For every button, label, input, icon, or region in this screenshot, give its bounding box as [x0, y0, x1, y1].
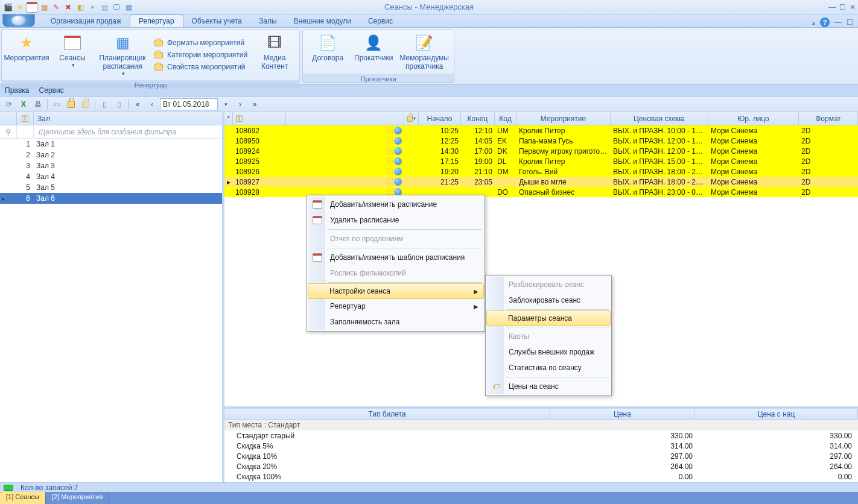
price-row[interactable]: Скидка 10%297.00297.00 — [224, 451, 858, 461]
nav-last-icon[interactable]: » — [248, 98, 261, 111]
session-row[interactable]: 10892414:3017:00DKПервому игроку пригото… — [224, 146, 858, 156]
date-input[interactable] — [160, 98, 218, 110]
tab-external-modules[interactable]: Внешние модули — [285, 15, 360, 27]
lock-header-icon[interactable]: ▾ — [404, 112, 419, 125]
hall-row[interactable]: 2Зал 2 — [0, 150, 222, 160]
sessions-button[interactable]: Сеансы — [51, 32, 94, 78]
col-ticket-type[interactable]: Тип билета — [224, 409, 550, 419]
nav-first-icon[interactable]: « — [131, 98, 144, 111]
contracts-button[interactable]: 📄 Договора — [307, 32, 349, 72]
ribbon-min-icon[interactable]: — — [834, 18, 842, 27]
col-start[interactable]: Начало — [419, 112, 461, 125]
scheduler-button[interactable]: ▦ Планировщик расписания — [97, 32, 148, 78]
ctx-add-edit-template[interactable]: Добавить/изменить шаблон расписания — [308, 250, 483, 265]
tasktab-sessions[interactable]: [1] Сеансы — [0, 492, 46, 504]
hall-row[interactable]: 1Зал 1 — [0, 139, 222, 150]
col-end[interactable]: Конец — [461, 112, 495, 125]
col-code[interactable]: Код — [495, 112, 516, 125]
session-row[interactable]: 10895012:2514:05EKПапа-мама ГусьВЫХ. и П… — [224, 136, 858, 146]
ctx-hall-fill[interactable]: Заполняемость зала — [308, 314, 483, 330]
price-row[interactable]: Скидка 100%0.000.00 — [224, 471, 858, 482]
tab-service[interactable]: Сервис — [360, 15, 401, 27]
hall-row[interactable]: 4Зал 4 — [0, 171, 222, 182]
ctx-session-settings[interactable]: Настройки сеанса▶ — [308, 283, 484, 299]
memorandums-button[interactable]: 📝 Меморандумы прокатчика — [398, 32, 450, 72]
close-button[interactable]: ✕ — [850, 3, 856, 11]
price-row[interactable]: Скидка 20%264.00264.00 — [224, 461, 858, 471]
delete-cal-icon[interactable]: ✖ — [63, 2, 74, 13]
unlock-icon[interactable] — [79, 98, 92, 111]
hall-row[interactable]: 3Зал 3 — [0, 160, 222, 171]
filter-row[interactable]: ⚲ Щелкните здесь для создания фильтра — [0, 125, 222, 139]
halls-header-label[interactable]: Зал — [34, 115, 222, 123]
star-icon[interactable]: ★ — [14, 2, 25, 13]
ctx-session-stats[interactable]: Статистика по сеансу — [487, 360, 610, 376]
date-dropdown-icon[interactable]: ▾ — [219, 98, 232, 111]
price-group-row[interactable]: Тип места : Стандарт — [224, 420, 858, 430]
help-icon[interactable]: ? — [820, 17, 830, 27]
tab-halls[interactable]: Залы — [250, 15, 285, 27]
prices-grid-body[interactable]: Тип места : Стандарт Стандарт старый330.… — [224, 420, 858, 482]
calendar-icon[interactable] — [27, 2, 37, 13]
properties-button[interactable]: Свойства мероприятий — [151, 61, 250, 72]
tab-org-sales[interactable]: Организация продаж — [42, 15, 130, 27]
session-row[interactable]: 10892619:2021:10DMГоголь. ВийВЫХ. и ПРАЗ… — [224, 166, 858, 177]
ribbon-restore-icon[interactable]: ☐ — [847, 18, 853, 27]
note-icon[interactable]: ◧ — [75, 2, 86, 13]
tab-repertoire[interactable]: Репертуар — [130, 14, 183, 27]
ctx-add-edit-schedule[interactable]: Добавить/изменить расписание — [308, 197, 483, 212]
categories-button[interactable]: Категории мероприятий — [151, 49, 250, 60]
col-format[interactable]: Формат — [799, 112, 858, 125]
app-menu-orb[interactable] — [2, 14, 35, 27]
ctx-delete-schedule[interactable]: Удалить расписание — [308, 212, 483, 228]
hall-row[interactable]: ▸6Зал 6 — [0, 193, 222, 204]
doc-icon[interactable]: ▤ — [99, 2, 110, 13]
col-price-scheme[interactable]: Ценовая схема — [611, 112, 708, 125]
sessions-grid-body[interactable]: 10869210:2512:10UMКролик ПитерВЫХ. и ПРА… — [224, 125, 858, 406]
tab-accounting-objects[interactable]: Объекты учета — [183, 15, 250, 27]
tasktab-events[interactable]: [2] Мероприятия — [46, 492, 109, 504]
maximize-button[interactable]: ☐ — [839, 3, 846, 11]
context-submenu-settings: Разблокировать сеанс Заблокировать сеанс… — [485, 275, 612, 396]
col-price-vat[interactable]: Цена с нац — [695, 409, 858, 419]
scheduler-label-1: Планировщик — [99, 54, 145, 62]
excel-icon[interactable]: X — [17, 98, 30, 111]
doc-new-icon[interactable]: ▭ — [50, 98, 63, 111]
print-icon[interactable]: 🖶 — [31, 98, 45, 111]
pin-icon[interactable]: ✎ — [51, 2, 62, 13]
price-row[interactable]: Стандарт старый330.00330.00 — [224, 430, 858, 441]
ctx-repertoire-submenu[interactable]: Репертуар▶ — [308, 298, 483, 314]
ctx-lock-session[interactable]: Заблокировать сеанс — [487, 292, 610, 308]
ribbon-collapse-icon[interactable]: ▴ — [812, 19, 815, 26]
ctx-session-prices[interactable]: 🏷Цены на сеанс — [487, 379, 610, 394]
media-content-button[interactable]: 🎞 Медиа Контент — [253, 32, 296, 78]
refresh-icon[interactable]: ⟳ — [2, 98, 16, 111]
id-header-key-icon[interactable]: ⚿ — [233, 112, 286, 125]
session-row[interactable]: 10869210:2512:10UMКролик ПитерВЫХ. и ПРА… — [224, 125, 858, 136]
events-button[interactable]: ★ Мероприятия — [5, 32, 48, 78]
distributors-button[interactable]: 👤 Прокатчики — [352, 32, 395, 72]
page2-icon[interactable]: ▯ — [112, 98, 126, 111]
col-org[interactable]: Юр. лицо — [708, 112, 799, 125]
ctx-session-params[interactable]: Параметры сеанса — [486, 310, 611, 326]
col-price[interactable]: Цена — [550, 409, 695, 419]
nav-next-icon[interactable]: › — [234, 98, 247, 111]
col-event[interactable]: Мероприятие — [516, 112, 611, 125]
drop-icon[interactable]: ▾ — [87, 2, 98, 13]
formats-button[interactable]: Форматы мероприятий — [151, 37, 250, 48]
page-icon[interactable]: ▯ — [98, 98, 111, 111]
lock-icon[interactable] — [65, 98, 78, 111]
ctx-external-sales[interactable]: Службы внешних продаж — [487, 344, 610, 360]
menu-service[interactable]: Сервис — [39, 86, 64, 95]
grid-icon[interactable]: ▦ — [123, 2, 134, 13]
schedule-icon[interactable]: ▦ — [39, 2, 49, 13]
price-row[interactable]: Скидка 5%314.00314.00 — [224, 441, 858, 451]
nav-prev-icon[interactable]: ‹ — [145, 98, 159, 111]
minimize-button[interactable]: — — [828, 3, 836, 11]
session-row[interactable]: 10892517:1519:00DLКролик ПитерВЫХ. и ПРА… — [224, 156, 858, 166]
hall-number: 5 — [8, 183, 34, 192]
hall-row[interactable]: 5Зал 5 — [0, 182, 222, 193]
menu-edit[interactable]: Правка — [5, 86, 30, 95]
session-row[interactable]: ▸10892721:2523:05Дыши во мглеВЫХ. и ПРАЗ… — [224, 177, 858, 187]
monitor-icon[interactable]: 🖵 — [111, 2, 122, 13]
